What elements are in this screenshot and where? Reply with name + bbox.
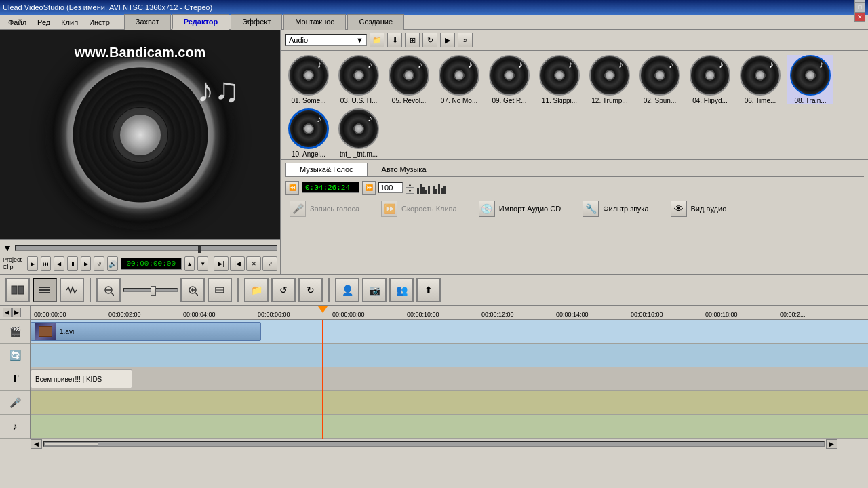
title-controls: ─ □ ✕ [854,0,865,22]
scroll-left-button[interactable]: ◀ [31,439,42,449]
time-display[interactable]: 0:04:26:24 [302,182,359,193]
clip-10[interactable]: ♪ 10. Angel... [285,108,332,158]
open-folder-button[interactable]: 📁 [370,33,384,47]
play-preview-button[interactable]: ▶ [440,33,455,47]
track-music-icon[interactable]: ♪ [0,415,30,439]
menu-tools[interactable]: Инстр [83,17,115,28]
play-button[interactable]: ▶ [27,256,38,271]
zoom-out-button[interactable] [96,278,121,302]
clip-04[interactable]: ♪ 04. Flipyd... [687,55,733,104]
volume-down[interactable]: ▼ [406,188,414,194]
scrollbar-thumb[interactable] [44,442,98,446]
text-track: Всем привет!!! | KIDS [31,367,868,391]
tab-montage[interactable]: Монтажное [283,14,346,30]
close-button[interactable]: ✕ [854,12,865,22]
track-text-icon[interactable]: T [0,367,30,391]
time-prev-button[interactable]: ⏪ [285,181,299,195]
clip-08[interactable]: ♪ 08. Train... [787,55,833,104]
next-frame-button[interactable]: ▶ [81,256,92,271]
undo-button[interactable]: ↺ [271,278,296,302]
zoom-arrows-right[interactable]: ▶ [12,308,21,317]
text-clip[interactable]: Всем привет!!! | KIDS [31,369,132,388]
tab-effects[interactable]: Эффект [231,14,282,30]
clip-06[interactable]: ♪ 06. Time... [737,55,783,104]
menu-clip[interactable]: Клип [56,17,83,28]
clip-01[interactable]: ♪ 01. Some... [285,55,332,104]
export-button[interactable]: ⬆ [416,278,441,302]
clip-02[interactable]: ♪ 02. Spun... [637,55,683,104]
scrubber-track[interactable] [15,245,277,251]
tab-create[interactable]: Создание [347,14,404,30]
maximize-button[interactable]: □ [854,3,865,12]
scrubber-bar[interactable]: ▼ [3,243,277,253]
menu-file[interactable]: Файл [3,17,32,28]
clip-tnt[interactable]: ♪ tnt_-_tnt.m... [336,108,382,158]
dropdown-arrow-icon: ▼ [356,36,363,44]
video-clip-label: 1.avi [60,328,74,336]
clip-thumb-11: ♪ [539,55,580,96]
filter-icon: 🔧 [583,201,599,217]
clip-03[interactable]: ♪ 03. U.S. H... [336,55,382,104]
timecode-down[interactable]: ▼ [197,256,208,271]
scrubber-thumb [198,245,201,253]
group-button[interactable]: 👥 [389,278,414,302]
timeline-view-button[interactable] [33,278,57,302]
expand-button[interactable]: ⤢ [262,256,277,271]
sound-filter-button[interactable]: 🔧 Фильтр звука [578,199,652,219]
menu-edit[interactable]: Ред [32,17,56,28]
clip-05[interactable]: ♪ 05. Revol... [386,55,432,104]
audio-view-btn[interactable] [60,278,84,302]
clip-speed-button[interactable]: ⏩ Скорость Клипа [377,199,461,219]
clip-11[interactable]: ♪ 11. Skippi... [536,55,583,104]
volume-up[interactable]: ▲ [406,182,414,188]
zoom-in-button[interactable] [180,278,205,302]
tab-music-voice[interactable]: Музыка& Голос [285,163,368,176]
eye-icon: 👁 [671,201,687,217]
grid-view-button[interactable]: ⊞ [405,33,420,47]
zoom-arrows-left[interactable]: ◀ [3,308,12,317]
clip-thumb-10: ♪ [288,108,329,149]
import-button[interactable]: ⬇ [387,33,402,47]
ruler-mark-5: 00:00:10:00 [407,311,439,318]
tab-editor[interactable]: Редактор [172,14,229,30]
storyboard-view-button[interactable] [5,278,30,302]
video-clip[interactable]: 1.avi [31,322,261,341]
clip-09[interactable]: ♪ 09. Get R... [486,55,532,104]
refresh-button[interactable]: ↻ [422,33,437,47]
more-options-button[interactable]: » [458,33,473,47]
track-video-icon[interactable]: 🎬 [0,320,30,344]
camera-button[interactable]: 📷 [362,278,387,302]
horizontal-scrollbar[interactable] [43,441,825,447]
timecode-up[interactable]: ▲ [184,256,195,271]
person-button[interactable]: 👤 [335,278,359,302]
fit-timeline-button[interactable] [208,278,232,302]
clip-label-02: 02. Spun... [644,97,676,104]
audio-view-button[interactable]: 👁 Вид аудио [667,199,731,219]
tab-auto-music[interactable]: Авто Музыка [368,163,441,176]
import-cd-button[interactable]: 💿 Импорт Аудио CD [475,199,566,219]
scroll-right-button[interactable]: ▶ [826,439,837,449]
record-voice-button[interactable]: 🎤 Запись голоса [285,199,363,219]
loop-button[interactable]: ↺ [94,256,104,271]
mark-out-button[interactable]: |◀ [230,256,245,271]
delete-button[interactable]: ✕ [246,256,261,271]
tab-capture[interactable]: Захват [124,14,171,30]
open-media-button[interactable]: 📁 [244,278,269,302]
audio-type-dropdown[interactable]: Audio ▼ [285,34,367,46]
time-next-button[interactable]: ⏩ [362,181,376,195]
clip-07[interactable]: ♪ 07. No Mo... [436,55,482,104]
ruler-spacer: ◀ ▶ [0,306,30,320]
volume-button[interactable]: 🔊 [107,256,118,271]
redo-button[interactable]: ↻ [298,278,323,302]
bottom-toolbar: 📁 ↺ ↻ 👤 📷 👥 ⬆ [0,274,868,306]
clip-12[interactable]: ♪ 12. Trump... [587,55,633,104]
volume-input[interactable]: 100 [378,182,403,193]
track-overlay-icon[interactable]: 🔄 [0,344,30,367]
track-voice-icon[interactable]: 🎤 [0,391,30,415]
mark-in-button[interactable]: ▶| [214,256,229,271]
pause-button[interactable]: ⏸ [67,256,78,271]
track-area: 00:00:00:00 00:00:02:00 00:00:04:00 00:0… [31,306,868,439]
prev-frame-button[interactable]: ◀ [54,256,64,271]
rewind-button[interactable]: ⏮ [41,256,52,271]
zoom-slider[interactable] [123,288,178,292]
